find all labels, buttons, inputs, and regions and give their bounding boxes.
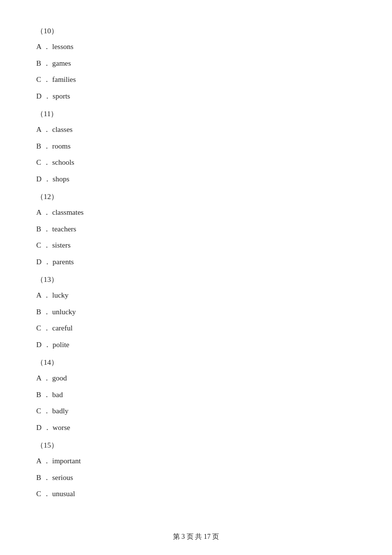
question-number-3: （13） [34,275,358,284]
page-content: （10）A ． lessonsB ． gamesC ． familiesD ． … [0,0,392,534]
question-section-5: （15）A ． importantB ． seriousC ． unusual [34,441,358,501]
questions-container: （10）A ． lessonsB ． gamesC ． familiesD ． … [34,26,358,501]
question-section-0: （10）A ． lessonsB ． gamesC ． familiesD ． … [34,26,358,102]
option-2-3: D ． parents [34,256,358,269]
option-3-0: A ． lucky [34,289,358,302]
option-2-2: C ． sisters [34,239,358,252]
option-5-1: B ． serious [34,472,358,484]
option-3-2: C ． careful [34,322,358,335]
option-5-0: A ． important [34,455,358,468]
option-4-0: A ． good [34,372,358,385]
option-0-0: A ． lessons [34,41,358,53]
option-2-0: A ． classmates [34,206,358,219]
option-0-3: D ． sports [34,90,358,103]
question-number-1: （11） [34,109,358,119]
question-number-4: （14） [34,358,358,367]
option-3-1: B ． unlucky [34,306,358,319]
option-4-2: C ． badly [34,405,358,418]
question-number-2: （12） [34,192,358,202]
footer-text: 第 3 页 共 17 页 [173,533,220,540]
option-0-2: C ． families [34,74,358,86]
question-section-3: （13）A ． luckyB ． unluckyC ． carefulD ． p… [34,275,358,351]
option-1-0: A ． classes [34,124,358,136]
option-2-1: B ． teachers [34,223,358,236]
option-1-2: C ． schools [34,156,358,169]
page-footer: 第 3 页 共 17 页 [0,532,392,541]
question-section-1: （11）A ． classesB ． roomsC ． schoolsD ． s… [34,109,358,185]
option-0-1: B ． games [34,57,358,70]
option-3-3: D ． polite [34,339,358,352]
question-section-4: （14）A ． goodB ． badC ． badlyD ． worse [34,358,358,434]
question-number-5: （15） [34,441,358,450]
option-1-3: D ． shops [34,173,358,186]
option-1-1: B ． rooms [34,140,358,153]
question-number-0: （10） [34,26,358,36]
option-5-2: C ． unusual [34,488,358,501]
option-4-3: D ． worse [34,422,358,434]
question-section-2: （12）A ． classmatesB ． teachersC ． sister… [34,192,358,268]
option-4-1: B ． bad [34,389,358,402]
